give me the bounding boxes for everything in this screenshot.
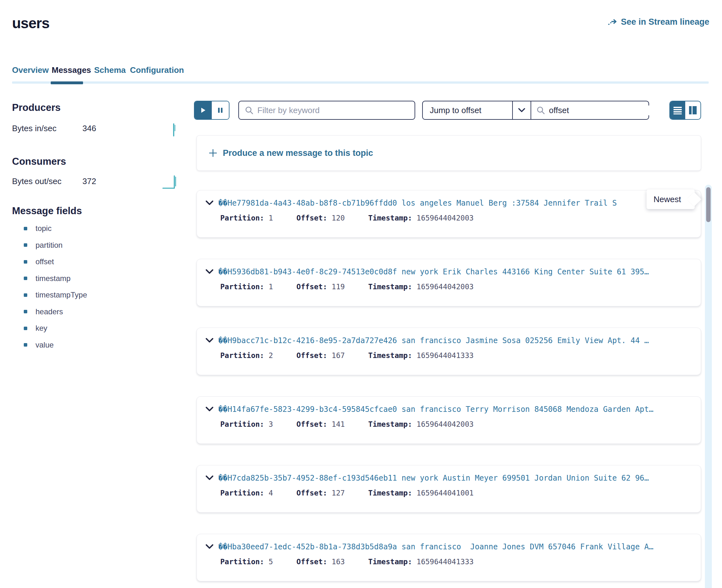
field-item-topic: topic: [12, 220, 87, 237]
replacement-char-glyph: ��: [219, 542, 228, 551]
message-key-value: H14fa67fe-5823-4299-b3c4-595845cfcae0 sa…: [228, 405, 654, 414]
tab-messages[interactable]: Messages: [51, 65, 91, 75]
tab-configuration[interactable]: Configuration: [130, 65, 184, 75]
expand-chevron-icon[interactable]: [206, 407, 213, 412]
offset-label: Offset:: [296, 558, 327, 566]
message-fields-list: topic partition offset timestamp timesta…: [12, 220, 87, 353]
offset-search-field: [531, 101, 649, 120]
jump-to-offset-value: Jump to offset: [423, 105, 512, 115]
square-bullet-icon: [24, 343, 27, 346]
square-bullet-icon: [24, 293, 27, 297]
timestamp-label: Timestamp:: [368, 420, 412, 428]
replacement-char-glyph: ��: [219, 336, 228, 345]
field-item-value: value: [12, 337, 87, 354]
timestamp-value: 1659644042003: [416, 420, 474, 428]
offset-label: Offset:: [296, 351, 327, 360]
offset-value: 167: [332, 351, 345, 360]
square-bullet-icon: [24, 327, 27, 330]
square-bullet-icon: [24, 310, 27, 313]
expand-chevron-icon[interactable]: [206, 544, 213, 549]
expand-chevron-icon[interactable]: [206, 476, 213, 481]
bytes-in-sparkline: [171, 122, 178, 138]
message-key-value: Hba30eed7-1edc-452b-8b1a-738d3b5d8a9a sa…: [228, 542, 654, 551]
column-view-icon: [689, 106, 697, 115]
stream-lineage-link[interactable]: See in Stream lineage: [607, 17, 709, 27]
offset-value: 120: [332, 214, 345, 222]
offset-label: Offset:: [296, 282, 327, 291]
replacement-char-glyph: ��: [219, 474, 228, 483]
live-consume-toggle: [194, 101, 229, 120]
square-bullet-icon: [24, 227, 27, 230]
partition-value: 3: [268, 420, 273, 428]
bytes-out-label: Bytes out/sec: [12, 176, 61, 186]
offset-label: Offset:: [296, 420, 327, 428]
newest-tooltip: Newest: [646, 189, 695, 209]
message-row: ��H5936db81-b943-4e0f-8c29-74513e0c0d8f …: [197, 259, 701, 306]
messages-scrollbar-track[interactable]: [705, 185, 712, 588]
view-mode-toggle: [669, 101, 701, 120]
message-row: ��He77981da-4a43-48ab-b8f8-cb71b96ffdd0 …: [197, 190, 701, 238]
message-key-value: H5936db81-b943-4e0f-8c29-74513e0c0d8f ne…: [228, 267, 649, 276]
message-row: ��H7cda825b-35b7-4952-88ef-c193d546eb11 …: [197, 465, 701, 512]
tab-underline-track: [12, 81, 709, 84]
expand-chevron-icon[interactable]: [206, 269, 213, 274]
partition-label: Partition:: [220, 420, 264, 428]
tab-active-indicator: [51, 81, 83, 84]
page-title: users: [12, 15, 49, 32]
timestamp-label: Timestamp:: [368, 282, 412, 291]
field-item-timestampType: timestampType: [12, 287, 87, 303]
offset-value: 163: [332, 558, 345, 566]
timestamp-value: 1659644042003: [416, 214, 474, 222]
field-item-key: key: [12, 320, 87, 337]
chevron-down-icon[interactable]: [512, 101, 531, 119]
offset-label: Offset:: [296, 214, 327, 222]
partition-label: Partition:: [220, 282, 264, 291]
timestamp-label: Timestamp:: [368, 351, 412, 360]
field-item-offset: offset: [12, 253, 87, 270]
produce-new-message-button[interactable]: Produce a new message to this topic: [197, 135, 701, 171]
offset-search-input[interactable]: [549, 105, 655, 115]
partition-value: 1: [268, 214, 273, 222]
partition-label: Partition:: [220, 489, 264, 497]
field-item-partition: partition: [12, 237, 87, 254]
list-view-icon: [673, 106, 682, 114]
timestamp-value: 1659644042003: [416, 282, 474, 291]
produce-new-message-label: Produce a new message to this topic: [223, 148, 373, 158]
jump-to-offset-select[interactable]: Jump to offset: [422, 101, 531, 120]
plus-icon: [209, 149, 217, 157]
timestamp-label: Timestamp:: [368, 489, 412, 497]
message-row: ��H14fa67fe-5823-4299-b3c4-595845cfcae0 …: [197, 396, 701, 444]
timestamp-value: 1659644041333: [416, 351, 474, 360]
expand-chevron-icon[interactable]: [206, 338, 213, 343]
bytes-out-value: 372: [82, 176, 96, 186]
square-bullet-icon: [24, 243, 27, 247]
timestamp-label: Timestamp:: [368, 214, 412, 222]
partition-value: 2: [268, 351, 273, 360]
expand-chevron-icon[interactable]: [206, 201, 213, 206]
bytes-in-value: 346: [82, 124, 96, 133]
play-icon: [200, 106, 207, 114]
message-fields-heading: Message fields: [12, 205, 82, 217]
message-key-value: H9bacc71c-b12c-4216-8e95-2a7da727e426 sa…: [228, 336, 649, 345]
partition-value: 1: [268, 282, 273, 291]
replacement-char-glyph: ��: [219, 198, 228, 208]
play-button[interactable]: [194, 101, 212, 119]
partition-value: 4: [268, 489, 273, 497]
list-view-button[interactable]: [670, 101, 685, 119]
tab-overview[interactable]: Overview: [12, 65, 49, 75]
field-item-headers: headers: [12, 303, 87, 320]
offset-label: Offset:: [296, 489, 327, 497]
messages-scrollbar-thumb[interactable]: [706, 187, 710, 222]
partition-label: Partition:: [220, 558, 264, 566]
pause-icon: [218, 107, 223, 114]
timestamp-value: 1659644041333: [416, 558, 474, 566]
tab-schema[interactable]: Schema: [94, 65, 126, 75]
search-icon: [536, 106, 545, 115]
keyword-filter-input[interactable]: [257, 105, 409, 115]
consumers-heading: Consumers: [12, 156, 66, 167]
message-key-value: He77981da-4a43-48ab-b8f8-cb71b96ffdd0 lo…: [228, 198, 617, 208]
column-view-button[interactable]: [685, 101, 700, 119]
bytes-in-label: Bytes in/sec: [12, 124, 57, 133]
message-row: ��H9bacc71c-b12c-4216-8e95-2a7da727e426 …: [197, 328, 701, 375]
pause-button[interactable]: [212, 101, 229, 119]
